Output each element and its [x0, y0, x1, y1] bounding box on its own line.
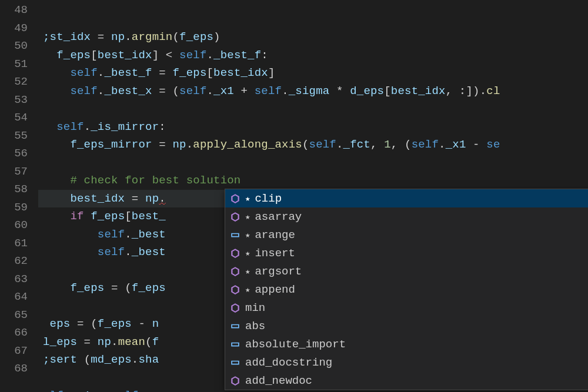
suggestion-label: abs [245, 320, 265, 333]
token: np [98, 336, 111, 349]
code-line[interactable]: f_eps[best_idx] < self._best_f: [38, 46, 588, 65]
star-icon: ★ [245, 230, 250, 240]
token: f_eps [43, 49, 91, 62]
token: . [111, 336, 118, 349]
token: if [43, 210, 84, 223]
code-line[interactable]: f_eps_mirror = np.apply_along_axis(self.… [38, 136, 588, 154]
suggestion-item[interactable]: abs [225, 317, 588, 335]
token: ( [145, 336, 152, 349]
token: . [98, 85, 105, 98]
token: ) [473, 85, 480, 98]
star-icon: ★ [245, 193, 250, 203]
token: . [84, 120, 91, 133]
line-number: 53 [0, 91, 38, 109]
token: ) [213, 31, 220, 43]
suggestion-item[interactable]: add_docstring [225, 353, 588, 371]
token: . [159, 192, 166, 205]
suggestion-item[interactable]: min [225, 299, 588, 317]
token: ] [152, 49, 159, 62]
suggestion-item[interactable]: absolute_import [225, 335, 588, 353]
token: . [207, 49, 214, 62]
token: np [145, 192, 159, 205]
code-line[interactable]: self._is_mirror: [38, 118, 588, 136]
token: . [98, 66, 105, 79]
line-number: 49 [0, 19, 38, 38]
suggestion-item[interactable]: ★argsort [225, 262, 588, 280]
token: _x1 [70, 389, 91, 392]
line-number-gutter: 4849505152535455565758596061626364656667… [0, 0, 38, 392]
line-number: 68 [0, 360, 38, 378]
token: ( [302, 138, 309, 151]
token: , [391, 138, 405, 151]
token: ( [84, 353, 91, 366]
token: apply_along_axis [193, 138, 302, 151]
suggestion-item[interactable]: ★insert [225, 244, 588, 262]
token: = [77, 336, 98, 349]
suggestion-label: asarray [255, 210, 302, 223]
code-area[interactable]: ;st_idx = np.argmin(f_eps) f_eps[best_id… [38, 0, 588, 392]
token: ] [466, 85, 473, 98]
token: best_idx [43, 192, 125, 205]
code-editor[interactable]: 4849505152535455565758596061626364656667… [0, 0, 588, 392]
method-icon [229, 283, 242, 296]
token: f_eps [84, 210, 125, 223]
token: 1 [384, 138, 391, 151]
token: ( [125, 282, 132, 294]
token: , : [446, 85, 466, 98]
token: self [412, 138, 439, 151]
suggestion-item[interactable]: ★asarray [225, 207, 588, 226]
suggestion-item[interactable]: ★arange [225, 226, 588, 244]
token: ;lf [43, 389, 64, 392]
method-icon [229, 374, 242, 387]
token: self [309, 138, 336, 151]
token: < [159, 49, 179, 62]
token: . [186, 138, 193, 151]
token: np [104, 31, 125, 43]
token: = [104, 282, 125, 294]
code-line[interactable] [38, 154, 588, 172]
line-number: 64 [0, 288, 38, 306]
token: f_eps [179, 31, 213, 43]
token: [ [206, 66, 213, 79]
token: * [329, 85, 350, 98]
token: _x1 [213, 85, 234, 98]
suggestion-label: min [245, 301, 265, 314]
suggestion-label: add_newdoc [245, 374, 312, 387]
token: ( [172, 85, 179, 98]
suggestion-item[interactable]: ★clip [225, 189, 588, 207]
token: . [64, 389, 71, 392]
token: self [111, 389, 138, 392]
token: self [43, 120, 84, 133]
token: sha [138, 353, 159, 366]
token: mean [118, 336, 145, 349]
token: = [98, 31, 105, 43]
token: f_eps [172, 66, 206, 79]
code-line[interactable]: self._best_f = f_eps[best_idx] [38, 64, 588, 82]
token: [ [125, 210, 132, 223]
autocomplete-popup[interactable]: ★clip★asarray★arange★insert★argsort★appe… [225, 189, 588, 390]
line-number: 63 [0, 270, 38, 289]
line-number: 55 [0, 127, 38, 145]
code-line[interactable]: # check for best solution [38, 172, 588, 190]
token: ;sert [43, 353, 84, 366]
token: self [43, 66, 98, 79]
code-line[interactable] [38, 100, 588, 118]
token: l_eps [43, 336, 77, 349]
token: - [466, 138, 486, 151]
token: . [132, 353, 139, 366]
suggestion-label: argsort [255, 265, 302, 278]
token: f [152, 336, 159, 349]
suggestion-item[interactable]: ★append [225, 280, 588, 299]
suggestion-item[interactable]: add_newdoc [225, 371, 588, 390]
token: best_idx [98, 49, 152, 62]
star-icon: ★ [245, 212, 250, 222]
token: . [125, 31, 132, 43]
suggestion-label: absolute_import [245, 338, 346, 351]
suggestion-label: add_docstring [245, 356, 332, 369]
method-icon [229, 247, 242, 260]
token: = [152, 138, 173, 151]
code-line[interactable]: self._best_x = (self._x1 + self._sigma *… [38, 82, 588, 100]
method-icon [229, 210, 242, 223]
line-number: 60 [0, 216, 38, 234]
code-line[interactable]: ;st_idx = np.argmin(f_eps) [38, 28, 588, 46]
